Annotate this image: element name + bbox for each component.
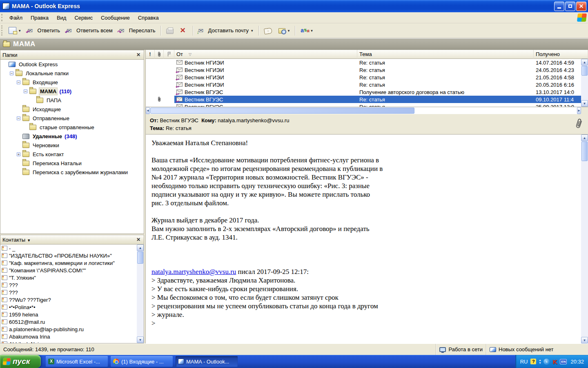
contacts-scrollbar[interactable]: ▲ ▼ [137, 245, 144, 343]
contact-item[interactable]: 1959 helena [0, 311, 144, 318]
reply-all-button[interactable]: ✉↶ Ответить всем [63, 25, 116, 37]
scroll-up-icon[interactable]: ▲ [137, 245, 144, 251]
start-button[interactable]: пуск [0, 355, 41, 368]
keyboard-layout-icon[interactable]: EN [560, 359, 567, 364]
folder-tree-item[interactable]: − MAMA (110) [0, 87, 144, 96]
forward-button[interactable]: ✉↷ Переслать [116, 25, 159, 37]
scrollbar-thumb[interactable] [150, 108, 414, 114]
scroll-up-icon[interactable]: ▲ [581, 135, 588, 141]
folder-tree-item[interactable]: Исходящие [0, 105, 144, 114]
tray-expand-icon[interactable]: ▴▾ [539, 359, 541, 364]
tree-expander-icon[interactable]: − [24, 90, 27, 93]
contact-item[interactable]: "Т. Уляхин" [0, 274, 144, 281]
send-receive-icon: ✉↓ [198, 27, 206, 34]
contacts-panel-title[interactable]: Контакты▼ [2, 237, 31, 243]
kaspersky-tray-icon[interactable]: K [552, 358, 557, 365]
scroll-right-icon[interactable]: ► [577, 107, 581, 114]
print-button[interactable] [163, 25, 177, 37]
message-row[interactable]: ↩ Вестник НГИЭИ Re: статья 14.07.2016 4:… [146, 59, 588, 66]
contact-item[interactable]: ??? [0, 289, 144, 296]
scroll-down-icon[interactable]: ▼ [581, 100, 588, 107]
message-row[interactable]: ↩ Вестник НГИЭИ Re: статья 21.05.2016 4:… [146, 74, 588, 81]
folder-tree-item[interactable]: Outlook Express [0, 60, 144, 69]
message-row[interactable]: ↩ Вестник ВГУЭС Re: статья 25.09.2017 13… [146, 103, 588, 107]
message-row[interactable]: ↩ Вестник ВГУЭС Re: статья 09.10.2017 11… [146, 96, 588, 103]
menu-item[interactable]: Справка [134, 13, 163, 22]
menu-item[interactable]: Сервис [70, 13, 97, 22]
close-icon[interactable]: ✕ [135, 237, 142, 242]
language-indicator[interactable]: RU [520, 359, 528, 365]
contact-item[interactable]: ??? [0, 281, 144, 289]
contact-item[interactable]: "Каф. маркетинга, коммерции и логистики" [0, 259, 144, 267]
from-column-header[interactable]: От▽ [174, 50, 357, 59]
contact-item[interactable]: a.platonenko@lap-publishing.ru [0, 325, 144, 333]
scroll-up-icon[interactable]: ▲ [581, 59, 588, 65]
tree-expander-icon[interactable]: − [17, 117, 20, 120]
taskbar-task-button[interactable]: (1) Входящие - ... [111, 356, 173, 367]
folder-tree-item[interactable]: Черновики [0, 141, 144, 150]
restore-button[interactable] [565, 2, 575, 11]
taskbar-task-button[interactable]: X Microsoft Excel -... [46, 356, 108, 367]
contact-item[interactable]: "Компания \"ASPIRANS.COM\"" [0, 267, 144, 274]
find-button[interactable]: ▾ [275, 25, 294, 37]
scrollbar-thumb[interactable] [581, 141, 588, 161]
help-tray-icon[interactable]: ? [530, 359, 536, 364]
folder-tree-item[interactable]: ПАПА [0, 96, 144, 105]
folder-tree-item[interactable]: + Есть контакт [0, 150, 144, 159]
contact-item[interactable]: •*•Polina•*• [0, 303, 144, 311]
close-icon[interactable]: ✕ [135, 52, 142, 58]
scroll-down-icon[interactable]: ▼ [581, 337, 588, 343]
folder-tree-item[interactable]: старые отправленные [0, 123, 144, 132]
send-receive-button[interactable]: ✉↓ Доставить почту ▾ [195, 25, 257, 37]
folder-tree-item[interactable]: Удаленные (348) [0, 132, 144, 141]
contact-item[interactable]: "ИЗДАТЕЛЬСТВО «ПРОБЛЕМЫ НАУКИ»" [0, 252, 144, 259]
addresses-button[interactable] [261, 25, 275, 37]
contact-item[interactable]: ??Wu? ???Tiger? [0, 296, 144, 303]
scrollbar-thumb[interactable] [581, 66, 588, 76]
message-list-hscrollbar[interactable]: ◄ ► [146, 107, 588, 115]
delete-button[interactable]: ✕ [177, 25, 191, 37]
folder-tree-item[interactable]: Переписка с зарубежными журналами [0, 168, 144, 177]
preview-scrollbar[interactable]: ▲ ▼ [581, 135, 588, 343]
hide-icons-icon[interactable]: ‹ [543, 359, 550, 365]
encoding-button[interactable]: a⇅я ▾ [297, 25, 316, 37]
contact-item[interactable]: - _ [0, 245, 144, 252]
chevron-down-icon: ▾ [310, 29, 313, 33]
toolbar-grip[interactable] [1, 25, 4, 36]
message-row[interactable]: ↩ Вестник НГИЭИ Re: статья 24.05.2016 4:… [146, 66, 588, 74]
quoted-email-link[interactable]: natalya.martyshenko@vvsu.ru [151, 268, 236, 276]
contact-item[interactable]: Abhilash Nair [0, 340, 144, 343]
priority-column-header[interactable]: ! [146, 50, 155, 59]
flag-column-header[interactable] [164, 50, 174, 59]
create-mail-button[interactable]: ▾ [5, 25, 24, 37]
subject-column-header[interactable]: Тема [357, 50, 534, 59]
folder-tree-item[interactable]: Переписка Натальи [0, 159, 144, 168]
folder-tree-item[interactable]: − Отправленные [0, 114, 144, 123]
flag-cell [164, 88, 174, 96]
message-row[interactable]: ↩ Вестник НГИЭИ Re: статья 20.05.2016 6:… [146, 81, 588, 88]
toolbar-grip[interactable] [1, 14, 4, 21]
folder-tree-item[interactable]: − Локальные папки [0, 69, 144, 78]
contact-item[interactable]: 60512@mail.ru [0, 318, 144, 325]
attachment-paperclip-icon[interactable] [576, 118, 582, 130]
menu-item[interactable]: Вид [53, 13, 71, 22]
message-list-scrollbar[interactable]: ▲ ▼ [581, 59, 588, 107]
tree-expander-icon[interactable]: − [17, 81, 20, 84]
scroll-down-icon[interactable]: ▼ [137, 337, 144, 343]
menu-item[interactable]: Правка [27, 13, 53, 22]
tree-expander-icon[interactable]: − [10, 72, 13, 75]
contact-item[interactable]: Abakumowa Irina [0, 333, 144, 340]
close-button[interactable]: ✕ [576, 2, 586, 11]
minimize-button[interactable] [554, 2, 564, 11]
attachment-column-header[interactable] [155, 50, 164, 59]
scroll-left-icon[interactable]: ◄ [146, 107, 150, 114]
menu-item[interactable]: Сообщение [97, 13, 134, 22]
folder-tree-item[interactable]: − Входящие [0, 78, 144, 87]
message-row[interactable]: ↩ Вестник ВГУЭС Получение авторского дог… [146, 88, 588, 96]
taskbar-task-button[interactable]: MAMA - Outlook... [176, 356, 238, 367]
scrollbar-thumb[interactable] [137, 251, 143, 264]
menu-item[interactable]: Файл [5, 13, 27, 22]
tree-expander-icon[interactable]: + [17, 153, 20, 156]
received-column-header[interactable]: Получено [534, 50, 588, 59]
reply-button[interactable]: ✉↶ Ответить [24, 25, 64, 37]
